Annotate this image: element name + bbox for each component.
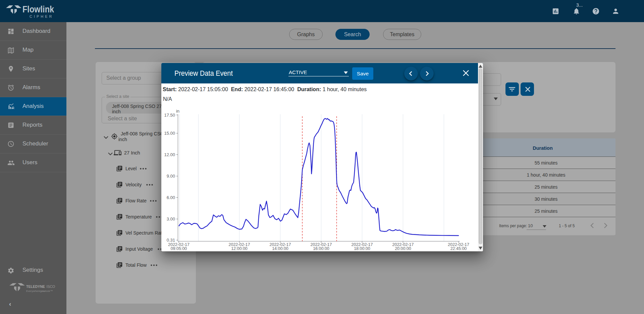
svg-text:3.00: 3.00 bbox=[167, 216, 175, 222]
svg-text:9.00: 9.00 bbox=[167, 174, 175, 179]
svg-text:22:45:00: 22:45:00 bbox=[450, 246, 467, 251]
svg-text:12:00:00: 12:00:00 bbox=[231, 246, 248, 251]
svg-text:6.00: 6.00 bbox=[167, 195, 175, 200]
svg-text:in: in bbox=[176, 109, 179, 114]
svg-text:14:00:00: 14:00:00 bbox=[272, 246, 288, 251]
svg-text:0.31: 0.31 bbox=[167, 238, 175, 243]
svg-text:09:05:00: 09:05:00 bbox=[171, 246, 187, 251]
svg-text:18:00:00: 18:00:00 bbox=[354, 246, 370, 251]
svg-text:15.00: 15.00 bbox=[164, 131, 175, 136]
svg-text:12.00: 12.00 bbox=[164, 152, 175, 157]
svg-text:17.50: 17.50 bbox=[164, 113, 175, 118]
svg-text:20:00:00: 20:00:00 bbox=[395, 246, 411, 251]
svg-text:16:00:00: 16:00:00 bbox=[313, 246, 329, 251]
